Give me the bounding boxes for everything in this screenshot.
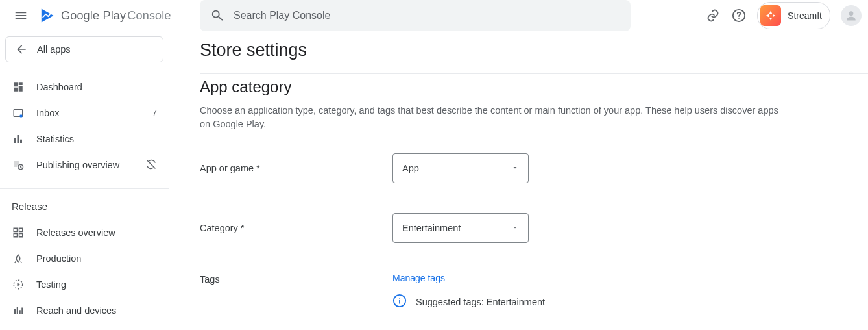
section-description: Choose an application type, category, an… <box>200 104 784 131</box>
sidebar-item-releases-overview[interactable]: Releases overview <box>0 220 169 246</box>
search-icon <box>210 8 224 23</box>
search-bar[interactable] <box>200 0 631 31</box>
app-or-game-select[interactable]: App <box>392 153 529 183</box>
sidebar-item-inbox[interactable]: Inbox 7 <box>0 100 169 126</box>
sidebar-label: Testing <box>36 279 66 290</box>
svg-rect-7 <box>14 88 18 92</box>
sidebar-section-release: Release <box>0 197 169 220</box>
inbox-icon <box>12 107 25 120</box>
category-value: Entertainment <box>402 223 461 233</box>
sidebar-label: Reach and devices <box>36 305 116 316</box>
category-label: Category * <box>200 223 392 233</box>
row-tags: Tags Manage tags <box>200 273 852 285</box>
sidebar-item-publishing-overview[interactable]: Publishing overview <box>0 152 169 178</box>
sync-off-icon <box>145 159 157 172</box>
testing-icon <box>12 278 25 291</box>
suggested-tags-row: Suggested tags: Entertainment <box>392 294 852 310</box>
inbox-count-badge: 7 <box>152 108 157 118</box>
search-input[interactable] <box>234 10 620 21</box>
app-or-game-value: App <box>402 163 419 173</box>
topbar: Google PlayConsole StreamIt <box>0 0 868 31</box>
svg-rect-20 <box>14 309 16 314</box>
all-apps-label: All apps <box>37 44 71 55</box>
sidebar: All apps Dashboard Inbox 7 Statistics Pu… <box>0 36 169 330</box>
main-content: Store settings App category Choose an ap… <box>200 36 868 330</box>
svg-rect-10 <box>14 138 16 144</box>
releases-icon <box>12 226 25 239</box>
svg-marker-19 <box>18 283 21 286</box>
page-title: Store settings <box>200 40 852 60</box>
sidebar-item-dashboard[interactable]: Dashboard <box>0 74 169 100</box>
svg-rect-17 <box>19 234 23 237</box>
svg-rect-12 <box>20 140 22 143</box>
sidebar-label: Releases overview <box>36 227 115 238</box>
row-app-or-game: App or game * App <box>200 153 852 183</box>
svg-rect-21 <box>17 307 18 314</box>
sidebar-item-testing[interactable]: Testing <box>0 272 169 298</box>
link-icon[interactable] <box>705 8 721 23</box>
chevron-down-icon <box>511 163 519 173</box>
sidebar-label: Inbox <box>36 108 59 118</box>
app-or-game-label: App or game * <box>200 163 392 173</box>
suggested-tags-text: Suggested tags: Entertainment <box>416 297 545 307</box>
sidebar-label: Production <box>36 253 81 264</box>
sidebar-item-production[interactable]: Production <box>0 246 169 272</box>
svg-rect-6 <box>19 86 23 92</box>
svg-point-9 <box>19 114 23 118</box>
svg-rect-5 <box>19 82 23 85</box>
reach-icon <box>12 304 25 317</box>
help-icon[interactable] <box>731 8 747 23</box>
category-select[interactable]: Entertainment <box>392 213 529 243</box>
logo[interactable]: Google PlayConsole <box>36 5 171 26</box>
svg-rect-11 <box>18 135 19 143</box>
logo-text: Google PlayConsole <box>61 9 171 23</box>
sidebar-item-reach-devices[interactable]: Reach and devices <box>0 298 169 324</box>
info-icon <box>392 294 407 310</box>
statistics-icon <box>12 133 25 146</box>
row-category: Category * Entertainment <box>200 213 852 243</box>
section-title: App category <box>200 78 852 96</box>
svg-rect-22 <box>19 310 21 314</box>
svg-rect-15 <box>19 228 23 231</box>
publishing-icon <box>12 159 25 171</box>
sidebar-item-statistics[interactable]: Statistics <box>0 126 169 152</box>
app-icon <box>760 5 781 26</box>
app-switcher[interactable]: StreamIt <box>757 2 830 29</box>
svg-rect-4 <box>14 82 18 86</box>
menu-icon[interactable] <box>5 0 36 31</box>
arrow-left-icon <box>15 43 28 56</box>
svg-point-3 <box>849 11 854 16</box>
svg-rect-23 <box>21 308 23 315</box>
app-name-label: StreamIt <box>788 10 822 21</box>
svg-rect-14 <box>14 228 17 231</box>
chevron-down-icon <box>511 223 519 233</box>
svg-point-26 <box>399 298 400 299</box>
manage-tags-link[interactable]: Manage tags <box>392 273 445 285</box>
svg-rect-16 <box>14 234 17 237</box>
sidebar-label: Statistics <box>36 134 74 144</box>
user-avatar[interactable] <box>841 5 862 26</box>
topbar-right: StreamIt <box>705 3 862 29</box>
dashboard-icon <box>12 81 25 94</box>
svg-point-2 <box>738 18 739 19</box>
all-apps-button[interactable]: All apps <box>5 36 163 62</box>
production-icon <box>12 252 25 265</box>
sidebar-label: Dashboard <box>36 82 82 92</box>
play-logo-icon <box>36 5 57 26</box>
sidebar-label: Publishing overview <box>36 160 119 170</box>
tags-label: Tags <box>200 273 392 285</box>
